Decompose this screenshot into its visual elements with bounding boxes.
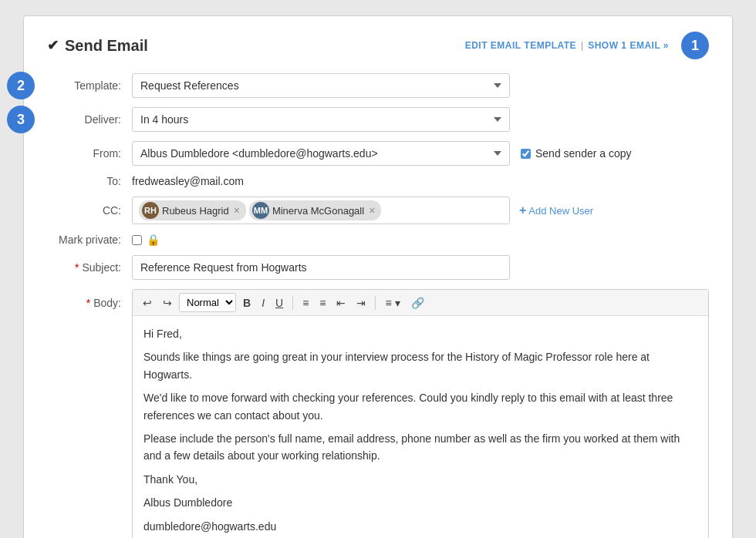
check-icon: ✔: [47, 37, 59, 54]
body-line3: We'd like to move forward with checking …: [143, 389, 697, 424]
cc-name-mcgonagall: Minerva McGonagall: [272, 205, 364, 217]
subject-input[interactable]: [132, 255, 510, 280]
indent-more-button[interactable]: ⇥: [353, 294, 370, 311]
cc-control: RH Rubeus Hagrid × MM Minerva McGonagall…: [132, 197, 709, 224]
bold-button[interactable]: B: [239, 294, 255, 311]
template-label: Template:: [47, 79, 132, 92]
mark-private-label: Mark private:: [47, 234, 132, 246]
cc-field[interactable]: RH Rubeus Hagrid × MM Minerva McGonagall…: [132, 197, 510, 224]
format-select[interactable]: Normal: [179, 293, 236, 312]
indent-less-button[interactable]: ⇤: [332, 294, 349, 311]
add-user-label: Add New User: [528, 205, 593, 217]
title-text: Send Email: [65, 37, 148, 55]
deliver-label: Deliver:: [47, 113, 132, 126]
from-control: Albus Dumbledore <dumbledore@hogwarts.ed…: [132, 141, 709, 166]
body-line5: Thank You,: [143, 471, 697, 488]
editor-toolbar: ↩ ↪ Normal B I U ≡ ≡ ⇤ ⇥ ≡ ▾ 🔗: [133, 290, 708, 316]
link-button[interactable]: 🔗: [407, 294, 428, 311]
body-line6: Albus Dumbledore: [143, 494, 697, 511]
undo-button[interactable]: ↩: [139, 294, 156, 311]
body-required: *: [86, 297, 90, 309]
body-line4: Please include the person's full name, e…: [143, 430, 697, 465]
body-line2: Sounds like things are going great in yo…: [143, 348, 697, 383]
cc-remove-hagrid[interactable]: ×: [234, 205, 240, 216]
send-copy-label: Send sender a copy: [535, 147, 632, 160]
deliver-select[interactable]: In 4 hours: [132, 107, 510, 132]
to-row: To: fredweasley@mail.com: [47, 175, 709, 187]
from-row: From: Albus Dumbledore <dumbledore@hogwa…: [47, 141, 709, 166]
header-divider: |: [581, 40, 583, 51]
from-label: From:: [47, 147, 132, 160]
header-actions: EDIT EMAIL TEMPLATE | SHOW 1 EMAIL » 1: [465, 32, 709, 59]
cc-label: CC:: [47, 204, 132, 217]
deliver-control: In 4 hours: [132, 107, 709, 132]
edit-template-link[interactable]: EDIT EMAIL TEMPLATE: [465, 40, 576, 51]
body-line7: dumbledore@hogwarts.edu: [143, 518, 697, 535]
template-select[interactable]: Request References: [132, 73, 510, 98]
template-row: 2 Template: Request References: [47, 73, 709, 98]
editor-content[interactable]: Hi Fred, Sounds like things are going gr…: [133, 316, 708, 538]
body-row: * Body: ↩ ↪ Normal B I U ≡ ≡ ⇤: [47, 289, 709, 538]
subject-row: * Subject:: [47, 255, 709, 280]
add-user-button[interactable]: + Add New User: [519, 203, 593, 217]
cc-tag-mcgonagall: MM Minerva McGonagall ×: [249, 200, 381, 220]
step-3-badge: 3: [7, 106, 35, 133]
toolbar-divider-2: [375, 296, 376, 310]
cc-remove-mcgonagall[interactable]: ×: [369, 205, 375, 216]
deliver-row: 3 Deliver: In 4 hours: [47, 107, 709, 132]
body-editor: ↩ ↪ Normal B I U ≡ ≡ ⇤ ⇥ ≡ ▾ 🔗: [132, 289, 709, 538]
body-editor-wrap: ↩ ↪ Normal B I U ≡ ≡ ⇤ ⇥ ≡ ▾ 🔗: [132, 289, 709, 538]
redo-button[interactable]: ↪: [159, 294, 176, 311]
bullets-button[interactable]: ≡: [299, 294, 312, 311]
mark-private-checkbox[interactable]: [132, 235, 142, 245]
align-button[interactable]: ≡ ▾: [381, 294, 403, 311]
cc-avatar-hagrid: RH: [142, 202, 159, 219]
form-header: ✔ Send Email EDIT EMAIL TEMPLATE | SHOW …: [47, 32, 709, 59]
italic-button[interactable]: I: [258, 294, 268, 311]
cc-tag-hagrid: RH Rubeus Hagrid ×: [139, 200, 246, 220]
to-control: fredweasley@mail.com: [132, 175, 709, 187]
form-title: ✔ Send Email: [47, 37, 148, 55]
body-label: * Body:: [47, 289, 132, 309]
send-copy-checkbox[interactable]: [521, 149, 531, 159]
subject-label: * Subject:: [47, 261, 132, 274]
from-select[interactable]: Albus Dumbledore <dumbledore@hogwarts.ed…: [132, 141, 510, 166]
cc-avatar-mcgonagall: MM: [252, 202, 269, 219]
send-copy-wrap: Send sender a copy: [521, 147, 632, 160]
step-2-badge: 2: [7, 72, 35, 99]
show-email-link[interactable]: SHOW 1 EMAIL »: [588, 40, 669, 51]
mark-private-row: Mark private: 🔒: [47, 234, 709, 246]
lock-icon: 🔒: [147, 234, 160, 246]
to-value: fredweasley@mail.com: [132, 175, 244, 187]
subject-control: [132, 255, 709, 280]
underline-button[interactable]: U: [272, 294, 287, 311]
step-1-badge: 1: [681, 32, 709, 59]
to-label: To:: [47, 175, 132, 187]
cc-name-hagrid: Rubeus Hagrid: [162, 205, 229, 217]
subject-required: *: [75, 261, 79, 274]
numbered-button[interactable]: ≡: [316, 294, 329, 311]
add-user-plus-icon: +: [519, 203, 526, 217]
toolbar-divider-1: [292, 296, 293, 310]
cc-row: CC: RH Rubeus Hagrid × MM Minerva McGona…: [47, 197, 709, 224]
mark-private-control: 🔒: [132, 234, 709, 246]
body-line1: Hi Fred,: [143, 325, 697, 342]
template-control: Request References: [132, 73, 709, 98]
